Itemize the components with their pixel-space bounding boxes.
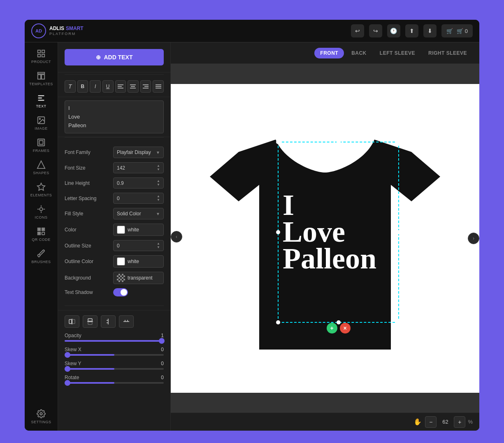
history-button[interactable]: 🕐	[387, 24, 400, 37]
add-text-button[interactable]: ⊕ ADD TEXT	[65, 49, 164, 65]
transform-align-h-btn[interactable]	[101, 315, 116, 328]
text-style-btn[interactable]: T	[65, 80, 76, 93]
zoom-out-button[interactable]: −	[425, 416, 437, 428]
sidebar-item-settings[interactable]: SETTINGS	[25, 406, 58, 427]
svg-rect-48	[88, 322, 92, 324]
sidebar-item-shapes-label: SHAPES	[33, 171, 49, 175]
sidebar-item-frames-label: FRAMES	[33, 149, 50, 153]
line-height-label: Line Height	[65, 180, 110, 186]
redo-button[interactable]: ↪	[369, 24, 382, 37]
italic-btn[interactable]: I	[90, 80, 101, 93]
delete-element-button[interactable]: ×	[340, 323, 351, 333]
expand-right-button[interactable]: ›	[468, 233, 479, 244]
bold-btn[interactable]: B	[77, 80, 88, 93]
divider1	[65, 74, 164, 75]
sidebar-item-qrcode[interactable]: QR CODE	[25, 224, 58, 245]
tab-right-sleeve[interactable]: RIGHT SLEEVE	[423, 48, 473, 58]
cart-button[interactable]: 🛒 🛒 0	[441, 24, 473, 37]
outline-size-up-arrow[interactable]: ▲	[157, 242, 160, 245]
handle-br[interactable]	[397, 320, 401, 324]
handle-tl[interactable]	[276, 140, 280, 144]
rotate-track[interactable]	[65, 382, 164, 384]
handle-tm[interactable]	[337, 140, 341, 144]
rotate-thumb[interactable]	[65, 380, 70, 386]
skew-x-thumb[interactable]	[65, 352, 70, 358]
letter-spacing-down-arrow[interactable]: ▼	[157, 198, 160, 202]
fill-style-input[interactable]: Solid Color Gradient Pattern ▼	[113, 208, 164, 219]
outline-size-down-arrow[interactable]: ▼	[157, 246, 160, 249]
sidebar-item-text-label: TEXT	[36, 104, 46, 108]
transform-icons	[65, 315, 164, 328]
sidebar-item-shapes[interactable]: SHAPES	[25, 157, 58, 178]
logo-text: ADLIS SMART PLATFORM	[49, 26, 84, 36]
transform-align-v-btn[interactable]	[119, 315, 134, 328]
fill-style-select[interactable]: Solid Color Gradient Pattern	[117, 211, 160, 217]
sidebar-item-icons[interactable]: ICONS	[25, 201, 58, 223]
text-shadow-toggle[interactable]	[113, 288, 128, 296]
opacity-thumb[interactable]	[159, 338, 165, 344]
skew-y-track[interactable]	[65, 368, 164, 370]
sidebar-item-text[interactable]: TEXT	[25, 90, 58, 112]
upload-button[interactable]: ⬆	[405, 24, 418, 37]
letter-spacing-input[interactable]: 0 ▲ ▼	[113, 193, 164, 204]
align-left-btn[interactable]	[115, 80, 126, 93]
line-height-input[interactable]: 0.9 ▲ ▼	[113, 177, 164, 189]
text-content[interactable]: I Love Palleon	[68, 104, 160, 130]
transform-flip-v-btn[interactable]	[83, 315, 98, 328]
handle-ml[interactable]	[276, 230, 280, 234]
sidebar-item-image[interactable]: IMAGE	[25, 112, 58, 134]
font-size-up-arrow[interactable]: ▲	[157, 164, 160, 168]
sidebar-item-brushes[interactable]: BRUSHES	[25, 246, 58, 267]
svg-point-11	[39, 118, 40, 119]
letter-spacing-label: Letter Spacing	[65, 196, 110, 201]
background-input-row[interactable]: transparent	[113, 272, 164, 284]
undo-button[interactable]: ↩	[351, 24, 364, 37]
opacity-track[interactable]	[65, 340, 164, 342]
properties-section: Font Family Playfair Display Arial Times…	[58, 142, 170, 305]
add-text-section: ⊕ ADD TEXT	[58, 42, 170, 72]
sidebar-icons: PRODUCT TEMPLATES TEXT IMAGE	[25, 42, 58, 431]
align-center-btn[interactable]	[128, 80, 139, 93]
tab-left-sleeve[interactable]: LEFT SLEEVE	[374, 48, 421, 58]
sidebar-item-qrcode-label: QR CODE	[32, 238, 51, 242]
tab-back[interactable]: BACK	[346, 48, 372, 58]
font-family-select[interactable]: Playfair Display Arial Times New Roman G…	[117, 149, 160, 155]
rotate-header: Rotate 0	[65, 375, 164, 380]
line-height-up-arrow[interactable]: ▲	[157, 180, 160, 183]
download-button[interactable]: ⬇	[423, 24, 437, 37]
letter-spacing-up-arrow[interactable]: ▲	[157, 195, 160, 198]
transform-flip-h-btn[interactable]	[65, 315, 79, 328]
sidebar-item-templates[interactable]: TEMPLATES	[25, 68, 58, 89]
align-justify-btn[interactable]	[153, 80, 164, 93]
font-size-down-arrow[interactable]: ▼	[157, 168, 160, 171]
color-input-row[interactable]: white	[113, 224, 164, 236]
handle-mr[interactable]	[397, 230, 401, 234]
rotate-value: 0	[161, 375, 164, 380]
handle-bl[interactable]	[276, 320, 280, 324]
skew-y-thumb[interactable]	[65, 366, 70, 372]
handle-tr[interactable]	[397, 140, 401, 144]
align-right-btn[interactable]	[140, 80, 151, 93]
sidebar-item-product[interactable]: PRODUCT	[25, 46, 58, 67]
text-preview-box[interactable]: I Love Palleon	[65, 100, 164, 133]
text-selection-box[interactable]: ILovePalleon + ×	[278, 142, 399, 323]
svg-rect-25	[43, 229, 44, 230]
zoom-controls: − 62 + %	[425, 416, 473, 428]
skew-x-track[interactable]	[65, 354, 164, 356]
sidebar-item-frames[interactable]: FRAMES	[25, 135, 58, 156]
zoom-in-button[interactable]: +	[454, 416, 465, 428]
underline-btn[interactable]: U	[102, 80, 114, 93]
svg-rect-4	[38, 72, 45, 74]
font-family-input[interactable]: Playfair Display Arial Times New Roman G…	[113, 147, 164, 158]
tab-front[interactable]: FRONT	[314, 48, 344, 58]
sidebar-item-elements[interactable]: ELEMENTS	[25, 179, 58, 201]
outline-color-input-row[interactable]: white	[113, 255, 164, 268]
line-height-down-arrow[interactable]: ▼	[157, 183, 160, 187]
add-element-button[interactable]: +	[327, 323, 337, 333]
skew-x-fill	[65, 354, 114, 356]
svg-rect-24	[39, 229, 40, 230]
font-size-input[interactable]: 142 ▲ ▼	[113, 162, 164, 173]
outline-size-input[interactable]: 0 ▲ ▼	[113, 240, 164, 251]
toggle-thumb	[121, 289, 127, 296]
collapse-panel-button[interactable]: ‹	[171, 231, 182, 242]
